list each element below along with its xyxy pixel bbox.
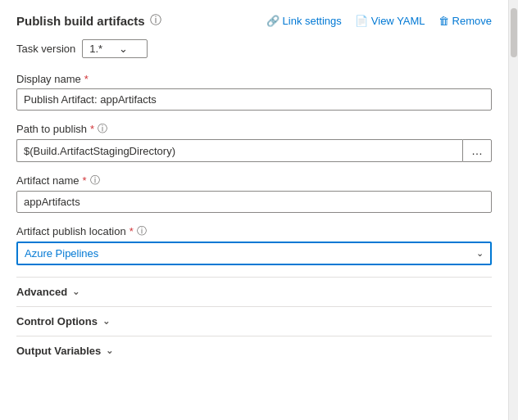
- display-name-field: Display name *: [16, 73, 492, 111]
- display-name-required: *: [84, 73, 89, 85]
- view-yaml-label: View YAML: [371, 15, 425, 27]
- remove-icon: 🗑: [438, 15, 449, 27]
- path-ellipsis-button[interactable]: …: [462, 139, 492, 162]
- path-input-group: …: [16, 139, 492, 162]
- task-version-row: Task version 1.* ⌄: [16, 39, 492, 58]
- page-header: Publish build artifacts ⓘ 🔗 Link setting…: [16, 13, 492, 28]
- artifact-location-label: Artifact publish location * ⓘ: [16, 224, 492, 238]
- header-left: Publish build artifacts ⓘ: [16, 13, 161, 28]
- advanced-label: Advanced: [16, 286, 67, 298]
- artifact-name-info-icon[interactable]: ⓘ: [90, 174, 100, 187]
- control-options-section[interactable]: Control Options ⌄: [16, 306, 492, 336]
- view-yaml-button[interactable]: 📄 View YAML: [355, 15, 425, 27]
- task-version-select[interactable]: 1.* ⌄: [82, 39, 148, 58]
- header-info-icon[interactable]: ⓘ: [150, 13, 161, 28]
- advanced-section[interactable]: Advanced ⌄: [16, 277, 492, 306]
- control-options-chevron-icon: ⌄: [102, 316, 110, 327]
- display-name-input[interactable]: [16, 88, 492, 111]
- advanced-chevron-icon: ⌄: [72, 287, 80, 297]
- artifact-location-chevron-icon: ⌄: [476, 248, 484, 259]
- artifact-location-select[interactable]: Azure Pipelines ⌄: [16, 242, 492, 265]
- artifact-location-field: Artifact publish location * ⓘ Azure Pipe…: [16, 224, 492, 265]
- link-settings-icon: 🔗: [266, 15, 279, 27]
- artifact-location-value: Azure Pipelines: [25, 247, 98, 260]
- path-required: *: [90, 123, 94, 135]
- artifact-location-info-icon[interactable]: ⓘ: [137, 224, 147, 238]
- path-info-icon[interactable]: ⓘ: [98, 122, 107, 136]
- view-yaml-icon: 📄: [355, 15, 368, 27]
- artifact-name-input[interactable]: [16, 191, 492, 213]
- output-variables-section[interactable]: Output Variables ⌄: [16, 336, 492, 365]
- link-settings-button[interactable]: 🔗 Link settings: [266, 15, 342, 27]
- output-variables-chevron-icon: ⌄: [106, 345, 113, 356]
- remove-button[interactable]: 🗑 Remove: [438, 15, 492, 27]
- artifact-name-required: *: [83, 174, 87, 187]
- artifact-location-required: *: [130, 225, 134, 237]
- path-to-publish-field: Path to publish * ⓘ …: [16, 122, 492, 162]
- page-title: Publish build artifacts: [16, 14, 145, 28]
- task-version-label: Task version: [16, 43, 75, 55]
- remove-label: Remove: [452, 15, 492, 27]
- task-version-chevron-icon: ⌄: [119, 43, 128, 55]
- artifact-name-label: Artifact name * ⓘ: [16, 174, 492, 187]
- display-name-label: Display name *: [16, 73, 492, 85]
- link-settings-label: Link settings: [283, 15, 342, 27]
- path-to-publish-input[interactable]: [16, 139, 462, 162]
- control-options-label: Control Options: [16, 315, 98, 327]
- artifact-name-field: Artifact name * ⓘ: [16, 174, 492, 213]
- output-variables-label: Output Variables: [16, 345, 101, 357]
- path-to-publish-label: Path to publish * ⓘ: [16, 122, 492, 136]
- task-version-value: 1.*: [89, 43, 102, 55]
- header-actions: 🔗 Link settings 📄 View YAML 🗑 Remove: [266, 15, 492, 27]
- scrollbar-thumb[interactable]: [511, 8, 517, 57]
- scrollbar[interactable]: [508, 0, 518, 420]
